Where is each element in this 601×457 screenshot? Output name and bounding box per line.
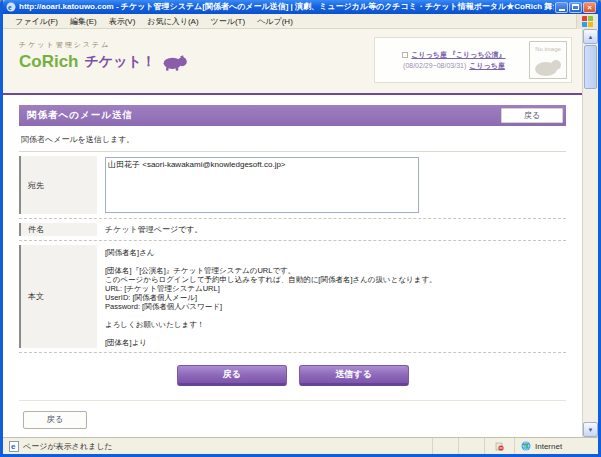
subject-label: 件名 [19, 223, 97, 236]
scroll-up-button[interactable]: ▲ [583, 29, 598, 44]
menu-help[interactable]: ヘルプ(H) [251, 16, 299, 27]
section-header: 関係者へのメール送信 戻る [19, 105, 566, 126]
subject-value: チケット管理ページです。 [97, 223, 566, 236]
promo-period: (08/02/29~08/03/31) [403, 62, 466, 69]
menu-bar: ファイル(F) 編集(E) 表示(V) お気に入り(A) ツール(T) ヘルプ(… [3, 14, 598, 29]
status-zone-pane: Internet [514, 438, 594, 454]
promo-box: こりっち座 『こりっち公演』 (08/02/29~08/03/31)こりっち座 … [374, 37, 572, 83]
pig-mascot-icon [162, 54, 188, 71]
form-row-body: 本文 [関係者名]さん [団体名]『[公演名]』チケット管理システムのURLです… [19, 241, 566, 353]
status-bar: e ページが表示されました Internet [3, 437, 598, 454]
corich-logo[interactable]: CoRich [19, 52, 79, 72]
to-textarea[interactable]: 山田花子 <saori-kawakami@knowledgesoft.co.jp… [105, 157, 419, 213]
vertical-scrollbar[interactable]: ▲ ▼ [582, 29, 598, 437]
back-button[interactable]: 戻る [177, 365, 287, 386]
mascot-silhouette-icon [533, 55, 563, 77]
site-header: チケット管理システム CoRich チケット！ [3, 29, 582, 95]
page-title: 関係者へのメール送信 [27, 109, 501, 122]
menu-tools[interactable]: ツール(T) [205, 16, 252, 27]
menu-edit[interactable]: 編集(E) [64, 16, 103, 27]
page-description: 関係者へメールを送信します。 [21, 134, 566, 145]
page-viewport: チケット管理システム CoRich チケット！ [3, 29, 582, 437]
form-row-subject: 件名 チケット管理ページです。 [19, 219, 566, 241]
internet-zone-icon [521, 441, 531, 451]
internet-zone-label: Internet [535, 442, 562, 451]
action-buttons: 戻る 送信する [19, 365, 566, 386]
menu-favorites[interactable]: お気に入り(A) [141, 16, 204, 27]
menu-view[interactable]: 表示(V) [103, 16, 142, 27]
scroll-down-button[interactable]: ▼ [583, 422, 598, 437]
promo-troupe-link[interactable]: こりっち座 [469, 62, 505, 69]
close-button[interactable]: × [583, 2, 596, 13]
no-image-label: No image [530, 46, 566, 52]
minimize-button[interactable] [555, 2, 568, 13]
back-button-bottom[interactable]: 戻る [23, 411, 87, 429]
page-main: 関係者へのメール送信 戻る 関係者へメールを送信します。 宛先 山田花子 <sa… [19, 105, 566, 429]
status-pane [484, 438, 514, 454]
promo-production-link[interactable]: こりっち座 『こりっち公演』 [411, 51, 505, 58]
ticket-logo-text: チケット！ [85, 53, 156, 71]
form-row-to: 宛先 山田花子 <saori-kawakami@knowledgesoft.co… [19, 152, 566, 219]
offline-indicator-icon [495, 442, 504, 451]
status-text: ページが表示されました [23, 441, 432, 452]
body-text: [関係者名]さん [団体名]『[公演名]』チケット管理システムのURLです。 こ… [105, 246, 437, 347]
status-pane [432, 438, 458, 454]
maximize-button[interactable] [569, 2, 582, 13]
status-pane [458, 438, 484, 454]
window-title: http://aoari.katouwo.com - チケット管理システム[関係… [19, 0, 554, 14]
footer-divider [19, 400, 566, 401]
svg-text:e: e [8, 3, 12, 12]
scrollbar-thumb[interactable] [584, 45, 597, 89]
to-label: 宛先 [19, 156, 97, 214]
body-label: 本文 [19, 245, 97, 348]
back-button-top[interactable]: 戻る [501, 108, 563, 123]
menu-file[interactable]: ファイル(F) [9, 16, 64, 27]
browser-window: e http://aoari.katouwo.com - チケット管理システム[… [0, 0, 601, 457]
promo-icon [402, 52, 408, 58]
title-bar[interactable]: e http://aoari.katouwo.com - チケット管理システム[… [3, 0, 598, 14]
windows-logo-icon [576, 14, 598, 29]
scrollbar-track[interactable] [583, 44, 598, 422]
mail-form: 宛先 山田花子 <saori-kawakami@knowledgesoft.co… [19, 151, 566, 353]
ie-favicon-icon: e [6, 2, 16, 12]
page-icon: e [9, 441, 19, 452]
send-button[interactable]: 送信する [299, 365, 409, 386]
no-image-thumbnail: No image [529, 41, 567, 79]
